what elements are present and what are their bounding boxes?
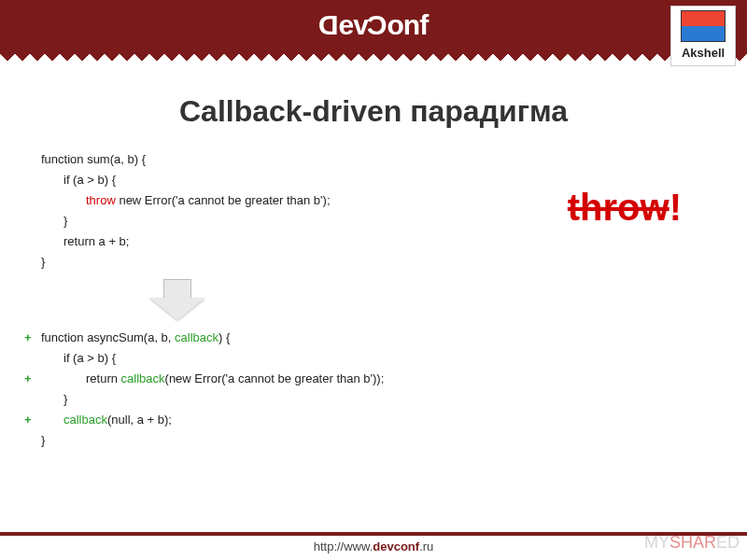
code-line: }: [41, 252, 691, 273]
code-line: if (a > b) {: [41, 170, 691, 190]
diff-plus-icon: +: [24, 328, 32, 348]
watermark-part: MY: [644, 533, 669, 552]
brand-logo: DevConf: [319, 9, 428, 41]
code-text: (null, a + b);: [107, 413, 172, 427]
code-line: function sum(a, b) {: [41, 149, 691, 170]
code-text: return: [86, 371, 121, 385]
sponsor-label: Akshell: [675, 46, 731, 60]
code-text: new Error('a cannot be greater than b');: [116, 193, 331, 207]
keyword-callback: callback: [121, 371, 165, 385]
slide-title: Callback-driven парадигма: [0, 94, 747, 129]
diff-plus-icon: +: [24, 369, 32, 389]
code-text: ) {: [218, 330, 230, 344]
code-line: +return callback(new Error('a cannot be …: [41, 369, 691, 389]
code-text: function asyncSum(a, b,: [41, 330, 175, 344]
watermark-part: SHAR: [669, 533, 716, 552]
arrow-down-icon: [149, 279, 205, 322]
keyword-callback: callback: [175, 330, 218, 344]
code-text: (new Error('a cannot be greater than b')…: [165, 371, 385, 385]
footer-url-suffix: .ru: [419, 539, 433, 553]
sponsor-box: Akshell: [670, 6, 736, 66]
watermark: MYSHARED: [644, 533, 740, 553]
code-line: }: [41, 211, 691, 231]
watermark-part: ED: [716, 533, 740, 552]
code-line: +callback(null, a + b);: [41, 410, 691, 430]
keyword-throw: throw: [86, 193, 116, 207]
sponsor-flag-icon: [681, 10, 726, 42]
header-zigzag: [0, 49, 747, 63]
footer-url-bold: devconf: [373, 539, 419, 553]
code-line: return a + b;: [41, 231, 691, 252]
slide-header: DevConf Akshell: [0, 0, 747, 50]
code-block-async: +function asyncSum(a, b, callback) { if …: [0, 328, 747, 452]
code-line: }: [41, 389, 691, 410]
footer: http://www.devconf.ru: [0, 532, 747, 560]
code-line: +function asyncSum(a, b, callback) {: [41, 328, 691, 348]
code-block-sync: function sum(a, b) { if (a > b) { throw …: [0, 149, 747, 273]
keyword-callback: callback: [63, 413, 107, 427]
diff-plus-icon: +: [24, 410, 32, 430]
code-line: if (a > b) {: [41, 348, 691, 369]
footer-url-prefix: http://www.: [314, 539, 374, 553]
code-line: throw new Error('a cannot be greater tha…: [41, 190, 691, 211]
code-line: }: [41, 430, 691, 451]
